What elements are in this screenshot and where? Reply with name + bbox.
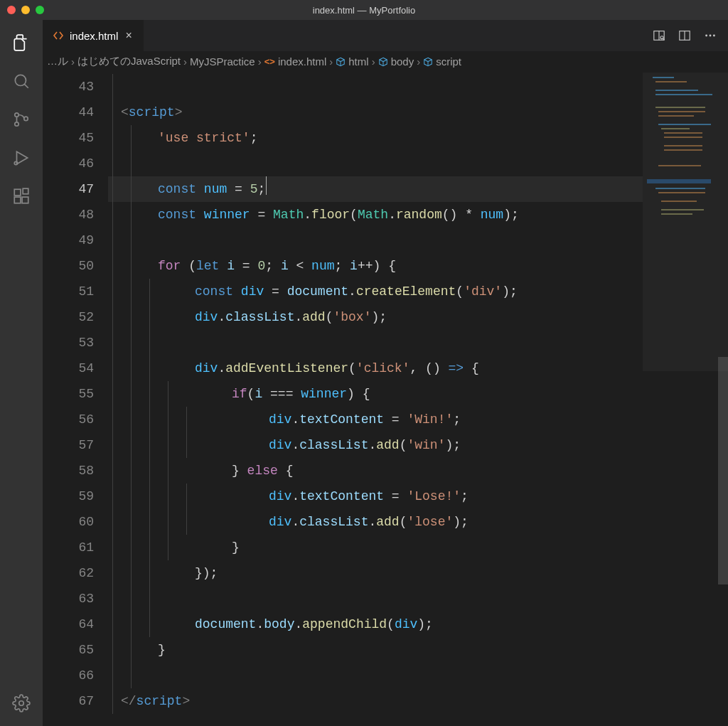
code-line[interactable]: const div = document.createElement('div'… — [108, 279, 728, 304]
indent-guide — [112, 535, 113, 560]
code-editor[interactable]: 4344454647484950515253545556575859606162… — [43, 73, 728, 726]
code-token: const — [158, 208, 196, 222]
code-token: ; — [257, 182, 265, 196]
code-token: > — [175, 105, 183, 119]
code-line[interactable]: div.addEventListener('click', () => { — [108, 356, 728, 381]
code-line[interactable]: document.body.appendChild(div); — [108, 612, 728, 637]
indent-guide — [112, 151, 113, 176]
code-line[interactable]: } else { — [108, 458, 728, 484]
indent-guide — [149, 330, 150, 356]
code-token: = — [227, 182, 250, 196]
search-icon[interactable] — [11, 71, 31, 91]
code-line[interactable] — [108, 74, 728, 100]
code-line[interactable]: div.textContent = 'Win!'; — [108, 407, 728, 432]
code-token: ( — [387, 617, 395, 631]
code-token: { — [278, 464, 294, 478]
code-line[interactable]: div.classList.add('box'); — [108, 304, 728, 330]
indent-guide — [186, 509, 187, 535]
code-line[interactable]: for (let i = 0; i < num; i++) { — [108, 253, 728, 279]
code-line[interactable]: div.classList.add('win'); — [108, 432, 728, 458]
window-maximize-button[interactable] — [36, 6, 44, 14]
more-actions-icon[interactable] — [704, 29, 717, 42]
code-line[interactable] — [108, 586, 728, 612]
code-line[interactable]: div.textContent = 'Lose!'; — [108, 484, 728, 509]
code-line[interactable] — [108, 663, 728, 688]
line-number: 63 — [43, 586, 94, 612]
svg-point-4 — [24, 117, 28, 120]
indent-guide — [112, 202, 113, 228]
code-token: let — [196, 259, 219, 273]
code-token: ) { — [347, 387, 370, 401]
indent-guide — [149, 304, 150, 330]
indent-guide — [168, 484, 168, 509]
extensions-icon[interactable] — [11, 186, 31, 206]
code-line[interactable]: </script> — [108, 688, 728, 714]
indent-guide — [149, 535, 150, 560]
line-number: 56 — [43, 407, 94, 432]
code-line[interactable]: } — [108, 637, 728, 663]
split-editor-icon[interactable] — [678, 29, 691, 42]
code-line[interactable]: div.classList.add('lose'); — [108, 509, 728, 535]
breadcrumb-item[interactable]: script — [423, 55, 461, 68]
code-token: }); — [195, 566, 218, 580]
breadcrumb-separator-icon: › — [71, 55, 75, 68]
indent-guide — [112, 253, 113, 279]
source-control-icon[interactable] — [11, 110, 31, 129]
indent-guide — [131, 407, 132, 432]
window-close-button[interactable] — [7, 6, 16, 14]
code-token: div — [241, 284, 264, 299]
breadcrumb-item[interactable]: <>index.html — [264, 55, 327, 68]
code-line[interactable]: }); — [108, 560, 728, 586]
code-line[interactable]: if(i === winner) { — [108, 381, 728, 407]
code-line[interactable]: 'use strict'; — [108, 125, 728, 151]
breadcrumb-item[interactable]: …ル — [47, 55, 68, 68]
indent-guide — [112, 304, 113, 330]
vertical-scrollbar-thumb[interactable] — [718, 357, 728, 584]
html-file-icon — [53, 30, 64, 41]
code-token: classList — [225, 310, 294, 324]
code-token: random — [396, 208, 442, 222]
run-debug-icon[interactable] — [11, 148, 31, 168]
text-cursor — [266, 176, 267, 195]
window-minimize-button[interactable] — [21, 6, 30, 14]
code-token: ( — [348, 361, 356, 375]
breadcrumbs[interactable]: …ル›はじめてのJavaScript›MyJSPractice›<>index.… — [43, 51, 728, 73]
code-line[interactable] — [108, 330, 728, 356]
code-area[interactable]: <script>'use strict';const num = 5;const… — [108, 73, 728, 726]
code-line[interactable]: } — [108, 535, 728, 560]
code-line[interactable]: const winner = Math.floor(Math.random() … — [108, 202, 728, 228]
code-token: div — [269, 438, 291, 452]
indent-guide — [112, 432, 113, 458]
indent-guide — [112, 330, 113, 356]
breadcrumb-item[interactable]: body — [378, 55, 414, 68]
code-token: winner — [204, 208, 250, 222]
code-line[interactable]: <script> — [108, 100, 728, 125]
code-token: i — [281, 259, 289, 273]
tab-index-html[interactable]: index.html × — [43, 20, 144, 51]
code-token: < — [289, 259, 311, 273]
indent-guide — [131, 612, 132, 637]
indent-guide — [186, 407, 187, 432]
indent-guide — [131, 509, 132, 535]
explorer-icon[interactable] — [11, 33, 31, 53]
breadcrumb-label: script — [436, 55, 461, 68]
code-line[interactable] — [108, 151, 728, 176]
minimap[interactable] — [643, 73, 728, 726]
breadcrumb-item[interactable]: html — [336, 55, 368, 68]
breadcrumb-item[interactable]: はじめてのJavaScript — [77, 55, 181, 68]
code-line[interactable]: const num = 5; — [108, 176, 728, 202]
open-preview-icon[interactable] — [653, 29, 665, 42]
code-token: body — [264, 617, 294, 631]
breadcrumb-item[interactable]: MyJSPractice — [190, 55, 255, 68]
code-token: classList — [299, 438, 368, 452]
code-token: for — [158, 259, 181, 273]
tab-close-icon[interactable]: × — [124, 28, 133, 43]
code-line[interactable] — [108, 228, 728, 253]
indent-guide — [112, 688, 113, 714]
code-token: . — [291, 412, 299, 427]
code-token: . — [256, 617, 264, 631]
settings-gear-icon[interactable] — [11, 693, 31, 713]
indent-guide — [131, 484, 132, 509]
code-token — [196, 182, 204, 196]
indent-guide — [112, 612, 113, 637]
